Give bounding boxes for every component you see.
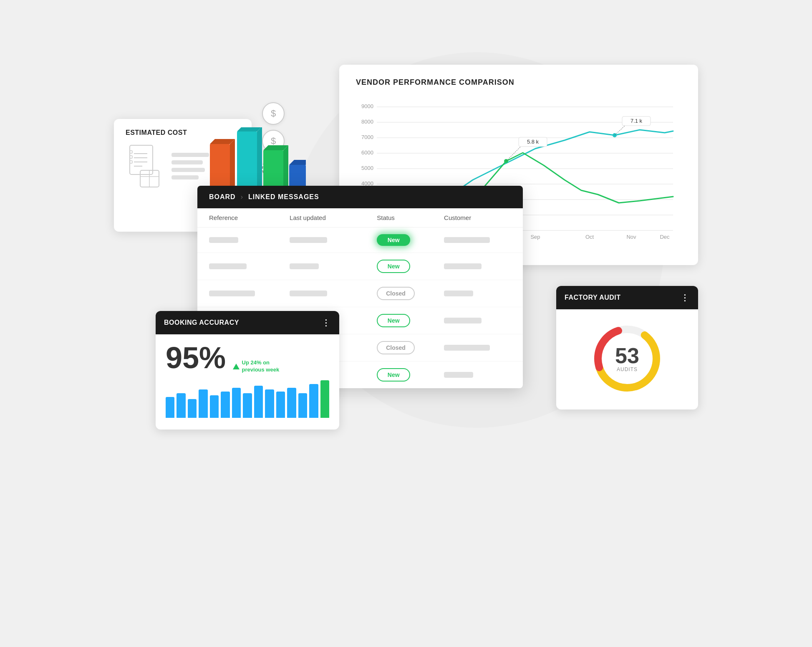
factory-audit-title: FACTORY AUDIT: [565, 294, 621, 301]
cost-lines: [171, 153, 209, 179]
status-badge: New: [377, 260, 410, 273]
customer-bar: [444, 291, 473, 296]
customer-bar: [444, 237, 490, 243]
vendor-chart-title: VENDOR PERFORMANCE COMPARISON: [356, 78, 681, 87]
table-row: New: [197, 253, 523, 280]
breadcrumb-section: LINKED MESSAGES: [248, 193, 319, 201]
donut-center: 53 AUDITS: [615, 345, 639, 372]
svg-text:6000: 6000: [361, 149, 373, 156]
breadcrumb-board: BOARD: [209, 193, 236, 201]
status-badge: Closed: [377, 341, 415, 354]
bar-5: [210, 395, 219, 418]
factory-audit-menu[interactable]: ⋮: [681, 293, 690, 303]
lm-column-headers: Reference Last updated Status Customer: [197, 208, 523, 227]
table-row: Closed: [197, 280, 523, 307]
date-bar: [290, 263, 319, 269]
ba-trend: Up 24% onprevious week: [233, 359, 280, 374]
donut-chart: 53 AUDITS: [590, 321, 665, 396]
svg-text:9000: 9000: [361, 103, 373, 109]
svg-text:Oct: Oct: [585, 234, 594, 240]
svg-text:Dec: Dec: [660, 234, 670, 240]
bar-13: [298, 393, 307, 418]
customer-bar: [444, 263, 482, 269]
audit-label: AUDITS: [615, 366, 639, 372]
bar-12: [287, 388, 296, 418]
col-last-updated: Last updated: [290, 214, 377, 221]
ba-bar-chart: [166, 380, 329, 418]
status-badge: Closed: [377, 287, 415, 300]
booking-accuracy-header: BOOKING ACCURACY ⋮: [156, 311, 339, 334]
svg-text:5.8 k: 5.8 k: [527, 139, 539, 145]
bar-11: [276, 392, 285, 418]
svg-text:7000: 7000: [361, 134, 373, 140]
status-badge: New: [377, 368, 410, 382]
bar-6: [221, 392, 229, 418]
customer-bar: [444, 318, 482, 324]
main-container: VENDOR PERFORMANCE COMPARISON 9000 8000 …: [114, 52, 698, 595]
bar-7: [232, 388, 241, 418]
col-reference: Reference: [209, 214, 290, 221]
ba-stat-row: 95% Up 24% onprevious week: [166, 343, 329, 374]
col-status: Status: [377, 214, 444, 221]
breadcrumb-separator: ›: [241, 193, 243, 201]
bar-8: [243, 393, 252, 418]
booking-accuracy-title: BOOKING ACCURACY: [164, 319, 239, 326]
ref-bar: [209, 263, 247, 269]
audit-number: 53: [615, 345, 639, 366]
bar-3: [188, 399, 197, 418]
svg-marker-53: [289, 160, 306, 165]
ba-percentage: 95%: [166, 343, 226, 373]
bar-15: [320, 380, 329, 418]
bar-2: [177, 393, 185, 418]
status-badge: New: [377, 234, 410, 246]
customer-bar: [444, 372, 473, 378]
bar-4: [199, 389, 207, 418]
svg-text:Sep: Sep: [530, 234, 540, 240]
col-customer: Customer: [444, 214, 511, 221]
customer-bar: [444, 345, 490, 351]
svg-text:8000: 8000: [361, 119, 373, 125]
factory-audit-body: 53 AUDITS: [556, 309, 698, 409]
ref-bar: [209, 291, 255, 296]
date-bar: [290, 237, 327, 243]
svg-text:7.1 k: 7.1 k: [630, 118, 643, 124]
bar-14: [309, 384, 318, 418]
ba-trend-text: Up 24% onprevious week: [242, 359, 280, 374]
dollar-icon-1: $: [262, 102, 285, 125]
bar-9: [254, 386, 263, 418]
svg-text:Nov: Nov: [626, 234, 636, 240]
status-badge: New: [377, 314, 410, 327]
lm-header: BOARD › LINKED MESSAGES: [197, 186, 523, 208]
booking-accuracy-card: BOOKING ACCURACY ⋮ 95% Up 24% onprevious…: [156, 311, 339, 430]
bar-1: [166, 397, 174, 418]
svg-text:5000: 5000: [361, 165, 373, 171]
factory-audit-card: FACTORY AUDIT ⋮ 53 AUDITS: [556, 286, 698, 409]
date-bar: [290, 291, 327, 296]
table-row: New: [197, 227, 523, 253]
ref-bar: [209, 237, 238, 243]
trend-arrow-up-icon: [233, 364, 240, 369]
factory-audit-header: FACTORY AUDIT ⋮: [556, 286, 698, 309]
booking-accuracy-menu[interactable]: ⋮: [322, 318, 331, 328]
booking-accuracy-body: 95% Up 24% onprevious week: [156, 334, 339, 430]
cost-icon: [126, 143, 163, 189]
bar-10: [265, 389, 274, 418]
